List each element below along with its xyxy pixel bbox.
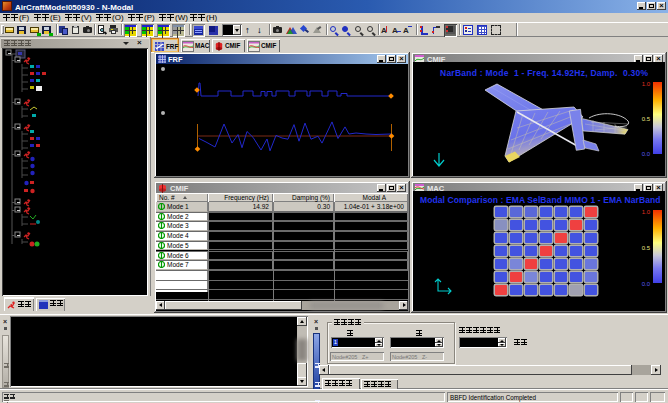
svg-text:0.0: 0.0: [642, 281, 651, 287]
svg-text:0.5: 0.5: [642, 116, 651, 122]
svg-text:0.5: 0.5: [642, 245, 651, 251]
svg-text:1.0: 1.0: [642, 81, 651, 87]
svg-text:0.0: 0.0: [642, 151, 651, 157]
svg-text:1.0: 1.0: [642, 209, 651, 215]
